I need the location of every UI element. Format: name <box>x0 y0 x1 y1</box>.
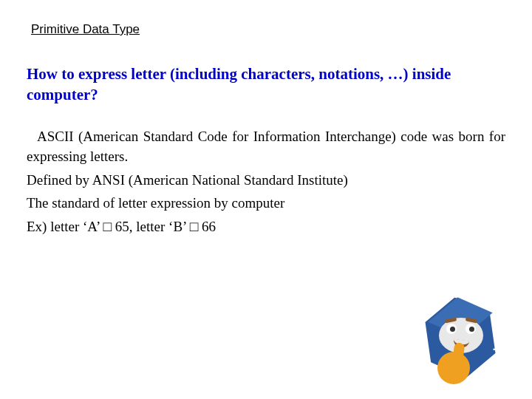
slide-container: Primitive Data Type How to express lette… <box>0 0 532 262</box>
pupil-left <box>450 327 455 332</box>
ascii-intro: ASCII (American Standard Code for Inform… <box>27 126 505 167</box>
thinking-finger <box>453 342 466 360</box>
cpp-logo: ++ <box>411 288 514 392</box>
topic-title: Primitive Data Type <box>31 22 505 37</box>
defined-by-line: Defined by ANSI (American National Stand… <box>27 170 505 191</box>
thinking-hand <box>437 352 470 384</box>
plus-plus-text: ++ <box>493 341 510 358</box>
pupil-right <box>469 327 474 332</box>
example-line: Ex) letter ‘A’ □ 65, letter ‘B’ □ 66 <box>27 216 505 237</box>
eye-left <box>446 324 457 334</box>
heading-question: How to express letter (including charact… <box>27 64 505 106</box>
standard-line: The standard of letter expression by com… <box>27 193 505 214</box>
eye-right <box>466 324 476 334</box>
body-text: ASCII (American Standard Code for Inform… <box>27 126 505 237</box>
